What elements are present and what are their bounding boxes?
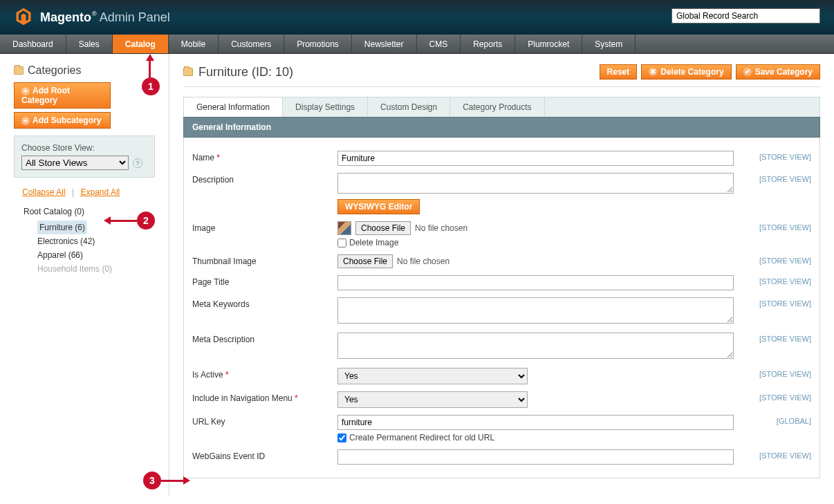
- nav-sales[interactable]: Sales: [66, 35, 113, 53]
- meta-description-label: Meta Description: [192, 333, 337, 344]
- scope: [STORE VIEW]: [749, 333, 811, 343]
- meta-keywords-label: Meta Keywords: [192, 297, 337, 309]
- scope: [STORE VIEW]: [749, 368, 811, 378]
- content: Furniture (ID: 10) Reset ✖Delete Categor…: [169, 54, 834, 496]
- nav-newsletter[interactable]: Newsletter: [352, 35, 417, 53]
- description-label: Description: [192, 173, 337, 185]
- image-thumbnail: [337, 221, 351, 235]
- sidebar: Categories +Add Root Category +Add Subca…: [0, 54, 169, 496]
- tab-design[interactable]: Custom Design: [368, 97, 450, 117]
- is-active-label: Is Active *: [192, 368, 337, 380]
- nav-mobile[interactable]: Mobile: [169, 35, 219, 53]
- page-title-label: Page Title: [192, 275, 337, 287]
- tree-item-apparel[interactable]: Apparel (66): [37, 248, 155, 262]
- webgains-label: WebGains Event ID: [192, 449, 337, 461]
- nav-reports[interactable]: Reports: [461, 35, 515, 53]
- magento-logo-icon: [14, 7, 33, 28]
- nav-promotions[interactable]: Promotions: [284, 35, 352, 53]
- store-view-select[interactable]: All Store Views: [21, 156, 129, 170]
- scope: [GLOBAL]: [749, 415, 811, 425]
- page-title: Furniture (ID: 10): [183, 65, 293, 80]
- tab-general[interactable]: General Information: [184, 97, 283, 117]
- meta-keywords-textarea[interactable]: [337, 297, 734, 324]
- add-subcategory-button[interactable]: +Add Subcategory: [14, 112, 111, 129]
- collapse-all-link[interactable]: Collapse All: [22, 187, 66, 197]
- url-key-input[interactable]: [337, 415, 734, 430]
- name-label: Name *: [192, 151, 337, 162]
- tab-display[interactable]: Display Settings: [283, 97, 368, 117]
- scope: [STORE VIEW]: [749, 221, 811, 232]
- thumbnail-file-status: No file chosen: [397, 256, 450, 266]
- delete-image-checkbox[interactable]: [337, 239, 346, 248]
- image-file-status: No file chosen: [415, 223, 467, 233]
- tab-products[interactable]: Category Products: [450, 97, 544, 117]
- save-category-button[interactable]: ✔Save Category: [736, 64, 820, 80]
- tabs: General Information Display Settings Cus…: [183, 97, 820, 117]
- annotation-1: 1: [142, 54, 160, 95]
- annotation-3: 3: [143, 472, 190, 489]
- name-input[interactable]: [337, 151, 734, 166]
- sidebar-title: Categories: [14, 64, 155, 77]
- nav-customers[interactable]: Customers: [219, 35, 284, 53]
- is-active-select[interactable]: Yes: [337, 368, 528, 384]
- scope: [STORE VIEW]: [749, 254, 811, 265]
- tree-item-household[interactable]: Household Items (0): [37, 262, 155, 276]
- header: Magento®Admin Panel: [0, 0, 834, 35]
- folder-icon: [183, 68, 193, 76]
- store-view-chooser: Choose Store View: All Store Views ?: [14, 136, 155, 178]
- description-textarea[interactable]: [337, 173, 734, 194]
- logo: Magento®Admin Panel: [14, 7, 170, 28]
- nav-dashboard[interactable]: Dashboard: [0, 35, 66, 53]
- delete-category-button[interactable]: ✖Delete Category: [641, 64, 731, 80]
- scope: [STORE VIEW]: [749, 275, 811, 286]
- nav-plumrocket[interactable]: Plumrocket: [515, 35, 582, 53]
- page-head: Furniture (ID: 10) Reset ✖Delete Categor…: [183, 64, 820, 87]
- thumbnail-choose-file-button[interactable]: Choose File: [337, 254, 393, 268]
- thumbnail-label: Thumbnail Image: [192, 254, 337, 266]
- url-key-label: URL Key: [192, 415, 337, 427]
- scope: [STORE VIEW]: [749, 391, 811, 402]
- search-input[interactable]: [671, 8, 820, 24]
- image-label: Image: [192, 221, 337, 233]
- tree-item-furniture[interactable]: Furniture (6): [37, 221, 87, 234]
- webgains-input[interactable]: [337, 449, 734, 465]
- image-choose-file-button[interactable]: Choose File: [355, 221, 411, 235]
- nav-system[interactable]: System: [582, 35, 636, 53]
- scope: [STORE VIEW]: [749, 173, 811, 183]
- nav-catalog[interactable]: Catalog: [113, 35, 169, 53]
- page-title-input[interactable]: [337, 275, 734, 290]
- permanent-redirect-label: Create Permanent Redirect for old URL: [349, 433, 494, 442]
- page-actions: Reset ✖Delete Category ✔Save Category: [600, 64, 820, 80]
- scope: [STORE VIEW]: [749, 297, 811, 308]
- tree-controls: Collapse All | Expand All: [22, 187, 155, 197]
- scope: [STORE VIEW]: [749, 151, 811, 161]
- include-nav-label: Include in Navigation Menu *: [192, 391, 337, 403]
- logo-text: Magento®Admin Panel: [40, 10, 170, 25]
- help-icon[interactable]: ?: [133, 158, 142, 168]
- store-view-label: Choose Store View:: [21, 143, 147, 153]
- delete-image-label: Delete Image: [349, 238, 398, 248]
- wysiwyg-editor-button[interactable]: WYSIWYG Editor: [337, 199, 420, 214]
- add-root-category-button[interactable]: +Add Root Category: [14, 82, 111, 109]
- permanent-redirect-checkbox[interactable]: [337, 433, 346, 442]
- main-nav: Dashboard Sales Catalog Mobile Customers…: [0, 35, 834, 54]
- folder-icon: [14, 66, 24, 75]
- meta-description-textarea[interactable]: [337, 333, 734, 359]
- include-nav-select[interactable]: Yes: [337, 391, 528, 408]
- expand-all-link[interactable]: Expand All: [81, 187, 120, 197]
- nav-cms[interactable]: CMS: [417, 35, 461, 53]
- tree-item-electronics[interactable]: Electronics (42): [37, 234, 155, 248]
- section-head: General Information: [183, 117, 820, 138]
- global-search: [671, 8, 820, 24]
- scope: [STORE VIEW]: [749, 449, 811, 460]
- form: Name * [STORE VIEW] Description WYSIWYG …: [183, 138, 820, 478]
- reset-button[interactable]: Reset: [600, 64, 638, 80]
- annotation-2: 2: [104, 212, 155, 230]
